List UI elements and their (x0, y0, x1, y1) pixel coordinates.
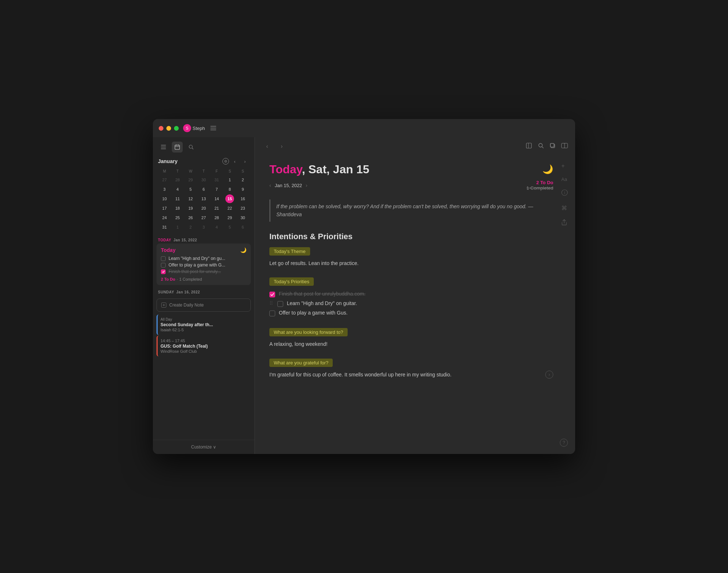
create-daily-note-btn[interactable]: Create Daily Note (157, 299, 251, 312)
calendar-day[interactable]: 9 (238, 185, 247, 194)
event-item-1[interactable]: All Day Second Sunday after th... Isaiah… (157, 315, 251, 335)
close-button[interactable] (159, 126, 163, 131)
priority-checkbox-3[interactable] (269, 311, 275, 316)
share-icon[interactable] (561, 219, 568, 227)
calendar-day[interactable]: 4 (212, 223, 221, 232)
calendar-day[interactable]: 8 (225, 185, 234, 194)
calendar-day[interactable]: 4 (173, 185, 182, 194)
font-size-icon[interactable]: Aa (561, 177, 568, 182)
calendar-day[interactable]: 6 (199, 185, 208, 194)
task-checkbox-2[interactable] (161, 263, 166, 268)
add-icon[interactable]: + (561, 163, 568, 169)
help-icon[interactable]: ? (560, 439, 568, 447)
calendar-day[interactable]: 17 (160, 204, 169, 213)
list-view-btn[interactable] (158, 142, 169, 153)
task-item-3[interactable]: Finish that post for unruly... (161, 268, 246, 275)
calendar-day[interactable]: 31 (212, 175, 221, 184)
priority-item-3[interactable]: Offer to play a game with Gus. (269, 308, 553, 318)
calendar-day[interactable]: 2 (238, 175, 247, 184)
priority-item-2[interactable]: ⠿ Learn "High and Dry" on guitar. (269, 299, 553, 308)
task-checkbox-3[interactable] (161, 269, 166, 274)
calendar-day[interactable]: 31 (160, 223, 169, 232)
sidebar-toggle-icon[interactable] (208, 123, 219, 134)
calendar-day[interactable]: 30 (199, 175, 208, 184)
calendar-day[interactable]: 24 (160, 213, 169, 222)
grateful-arrow-btn[interactable]: › (545, 371, 553, 379)
calendar-day[interactable]: 13 (199, 194, 208, 203)
copy-icon[interactable] (550, 143, 555, 150)
calendar-day[interactable]: 18 (173, 204, 182, 213)
calendar-day[interactable]: 30 (238, 213, 247, 222)
calendar-day[interactable]: 15 (225, 194, 234, 203)
content-toolbar: ‹ › (255, 137, 575, 155)
search-sidebar-btn[interactable] (186, 142, 197, 153)
intentions-section: Intentions & Priorities Today's Theme Le… (269, 232, 553, 386)
priority-item-1[interactable]: Finish that post for unrulybuddha.com. (269, 289, 553, 299)
forward-group: What are you looking forward to? A relax… (269, 328, 553, 348)
calendar-section: January ‹ › M T W T F (153, 157, 254, 236)
calendar-day[interactable]: 1 (173, 223, 182, 232)
calendar-day[interactable]: 27 (160, 175, 169, 184)
svg-rect-0 (210, 126, 216, 127)
svg-rect-4 (161, 147, 166, 147)
date-next-btn[interactable]: › (306, 182, 308, 188)
command-icon[interactable]: ⌘ (561, 205, 568, 212)
calendar-day[interactable]: 26 (186, 213, 195, 222)
calendar-day[interactable]: 29 (225, 213, 234, 222)
grateful-text[interactable]: I'm grateful for this cup of coffee. It … (269, 371, 540, 379)
calendar-day[interactable]: 12 (186, 194, 195, 203)
search-icon[interactable] (538, 143, 544, 150)
split-view-icon[interactable] (561, 143, 568, 150)
calendar-today-btn[interactable] (222, 158, 229, 165)
calendar-day[interactable]: 25 (173, 213, 182, 222)
calendar-day[interactable]: 20 (199, 204, 208, 213)
sidebar: January ‹ › M T W T F (153, 137, 255, 454)
sunday-day-label: SUNDAY Jan 16, 2022 (153, 288, 254, 296)
svg-rect-3 (161, 145, 166, 146)
calendar-day[interactable]: 19 (186, 204, 195, 213)
nav-back-btn[interactable]: ‹ (262, 141, 272, 151)
compose-icon[interactable] (526, 142, 532, 150)
calendar-next-btn[interactable]: › (241, 157, 249, 166)
task-item-2[interactable]: Offer to play a game with G... (161, 262, 246, 268)
today-card-title: Today (161, 247, 175, 253)
calendar-prev-btn[interactable]: ‹ (230, 157, 239, 166)
date-nav-label: Jan 15, 2022 (275, 183, 302, 188)
calendar-day[interactable]: 6 (238, 223, 247, 232)
calendar-days: 2728293031123456789101112131415161718192… (158, 175, 249, 232)
calendar-day[interactable]: 10 (160, 194, 169, 203)
calendar-day[interactable]: 16 (238, 194, 247, 203)
minimize-button[interactable] (166, 126, 171, 131)
calendar-day[interactable]: 2 (186, 223, 195, 232)
calendar-day[interactable]: 27 (199, 213, 208, 222)
forward-tag: What are you looking forward to? (269, 328, 348, 336)
calendar-day[interactable]: 28 (212, 213, 221, 222)
event-item-2[interactable]: 14:45 – 17:45 GUS: Golf Match (Teal) Win… (157, 336, 251, 356)
calendar-day[interactable]: 5 (225, 223, 234, 232)
calendar-day[interactable]: 22 (225, 204, 234, 213)
calendar-day[interactable]: 1 (225, 175, 234, 184)
calendar-day[interactable]: 11 (173, 194, 182, 203)
priority-checkbox-2[interactable] (277, 301, 283, 307)
priorities-tag: Today's Priorities (269, 277, 314, 286)
maximize-button[interactable] (174, 126, 179, 131)
nav-forward-btn[interactable]: › (277, 141, 287, 151)
calendar-day[interactable]: 7 (212, 185, 221, 194)
svg-rect-5 (161, 149, 166, 149)
task-checkbox-1[interactable] (161, 256, 166, 261)
customize-bar[interactable]: Customize ∨ (153, 440, 254, 454)
calendar-view-btn[interactable] (172, 142, 183, 153)
calendar-day[interactable]: 3 (160, 185, 169, 194)
calendar-day[interactable]: 28 (173, 175, 182, 184)
info-icon[interactable]: i (561, 189, 568, 197)
quote-block: If the problem can be solved, why worry?… (269, 199, 553, 222)
calendar-day[interactable]: 29 (186, 175, 195, 184)
calendar-day[interactable]: 21 (212, 204, 221, 213)
task-item-1[interactable]: Learn "High and Dry" on gu... (161, 255, 246, 262)
calendar-day[interactable]: 3 (199, 223, 208, 232)
calendar-day[interactable]: 23 (238, 204, 247, 213)
calendar-day[interactable]: 5 (186, 185, 195, 194)
calendar-day[interactable]: 14 (212, 194, 221, 203)
date-prev-btn[interactable]: ‹ (269, 182, 271, 188)
priority-checkbox-1[interactable] (269, 292, 275, 297)
